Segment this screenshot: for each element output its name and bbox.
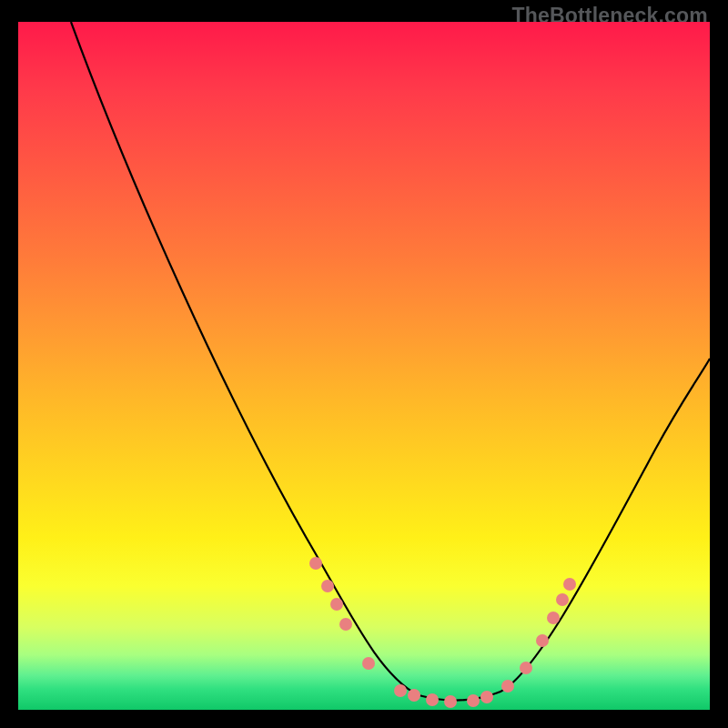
marker-dot <box>309 557 322 570</box>
marker-dot <box>547 612 560 624</box>
marker-dot <box>467 694 480 707</box>
marker-dot <box>563 578 576 591</box>
marker-dot <box>501 680 514 693</box>
marker-dot <box>321 580 334 592</box>
marker-dot <box>536 634 549 647</box>
marker-dot <box>480 691 493 703</box>
marker-dot <box>426 693 439 706</box>
marker-dot <box>330 598 343 611</box>
marker-dot <box>444 695 457 708</box>
marker-dot <box>556 593 569 606</box>
marker-dot <box>362 657 375 670</box>
marker-dot <box>408 689 420 702</box>
marker-dot <box>520 662 532 674</box>
plot-area <box>18 22 710 710</box>
chart-container: TheBottleneck.com <box>0 0 728 728</box>
main-curve <box>71 22 710 701</box>
marker-dot <box>339 618 352 631</box>
chart-svg <box>18 22 710 710</box>
marker-dot <box>394 684 407 697</box>
